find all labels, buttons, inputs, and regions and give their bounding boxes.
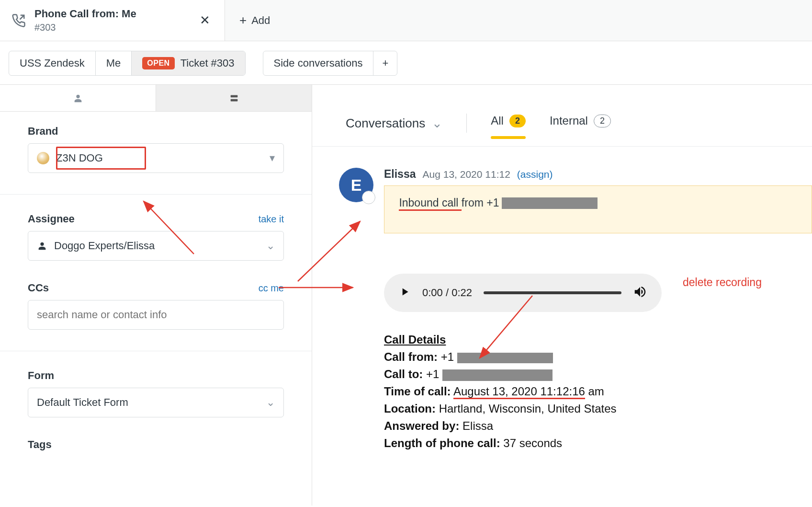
ccs-input[interactable] bbox=[28, 300, 284, 330]
user-badge-icon bbox=[363, 192, 375, 204]
ticket-tab[interactable]: Phone Call from: Me #303 ✕ bbox=[0, 0, 225, 41]
chevron-down-icon: ⌄ bbox=[266, 396, 275, 409]
ccs-label-row: CCs cc me bbox=[28, 282, 284, 294]
avatar-initial: E bbox=[351, 176, 362, 195]
call-details-heading: Call Details bbox=[384, 333, 812, 346]
chevron-down-icon: ⌄ bbox=[266, 240, 275, 252]
tab-close-button[interactable]: ✕ bbox=[197, 10, 213, 31]
conversations-dropdown[interactable]: Conversations ⌄ bbox=[346, 116, 442, 131]
user-icon bbox=[73, 93, 83, 104]
chevron-down-icon: ⌄ bbox=[432, 116, 442, 131]
form-value: Default Ticket Form bbox=[37, 396, 128, 409]
breadcrumb-group: USS Zendesk Me OPEN Ticket #303 bbox=[9, 51, 246, 76]
left-tab-user[interactable] bbox=[0, 85, 156, 111]
brand-select[interactable]: Z3N DOG ▾ bbox=[28, 143, 284, 173]
assignee-label: Assignee bbox=[28, 213, 75, 225]
divider bbox=[466, 114, 467, 133]
top-tab-bar: Phone Call from: Me #303 ✕ + Add bbox=[0, 0, 812, 41]
fields-icon bbox=[229, 93, 239, 104]
comment-block: E Elissa Aug 13, 2020 11:12 (assign) Inb… bbox=[339, 168, 812, 452]
assign-link[interactable]: (assign) bbox=[517, 169, 553, 180]
commenter-name: Elissa bbox=[384, 168, 416, 181]
left-form: Brand Z3N DOG ▾ Assignee take it bbox=[0, 112, 312, 457]
form-select[interactable]: Default Ticket Form ⌄ bbox=[28, 388, 284, 417]
phone-incoming-icon bbox=[11, 13, 26, 28]
ccs-label: CCs bbox=[28, 282, 49, 294]
main-split: Brand Z3N DOG ▾ Assignee take it bbox=[0, 85, 812, 506]
side-conversations-group: Side conversations + bbox=[263, 51, 398, 76]
tags-label: Tags bbox=[28, 438, 284, 451]
call-time: Time of call: August 13, 2020 11:12:16 a… bbox=[384, 383, 812, 400]
brand-label: Brand bbox=[28, 125, 284, 138]
delete-recording-link[interactable]: delete recording bbox=[683, 276, 762, 289]
audio-track[interactable] bbox=[484, 291, 621, 294]
conversations-label: Conversations bbox=[346, 116, 425, 131]
redacted-number bbox=[457, 353, 553, 363]
assignee-select[interactable]: Doggo Experts/Elissa ⌄ bbox=[28, 231, 284, 261]
brand-value: Z3N DOG bbox=[56, 152, 103, 164]
cc-me-link[interactable]: cc me bbox=[259, 283, 284, 294]
ticket-crumb-label: Ticket #303 bbox=[180, 57, 235, 69]
right-panel: Conversations ⌄ All 2 Internal 2 E bbox=[312, 85, 812, 506]
tab-subtitle: #303 bbox=[34, 21, 136, 34]
form-label: Form bbox=[28, 369, 284, 382]
svg-rect-0 bbox=[230, 95, 237, 97]
add-side-conversation-button[interactable]: + bbox=[373, 51, 397, 75]
comment-body: Elissa Aug 13, 2020 11:12 (assign) Inbou… bbox=[384, 168, 812, 452]
brand-avatar-icon bbox=[37, 152, 49, 164]
tab-title: Phone Call from: Me bbox=[34, 7, 136, 21]
assignee-value: Doggo Experts/Elissa bbox=[54, 240, 155, 252]
call-to: Call to: +1 bbox=[384, 366, 812, 383]
call-details: Call Details Call from: +1 Call to: +1 T… bbox=[384, 333, 812, 452]
call-location: Location: Hartland, Wisconsin, United St… bbox=[384, 400, 812, 417]
left-panel: Brand Z3N DOG ▾ Assignee take it bbox=[0, 85, 312, 506]
comment-timestamp: Aug 13, 2020 11:12 bbox=[423, 169, 510, 180]
left-tab-fields[interactable] bbox=[156, 85, 312, 111]
redacted-number bbox=[502, 197, 598, 209]
user-button[interactable]: Me bbox=[96, 51, 132, 75]
call-answered-by: Answered by: Elissa bbox=[384, 417, 812, 435]
time-display: 0:00 / 0:22 bbox=[422, 287, 472, 299]
plus-icon: + bbox=[382, 57, 388, 69]
audio-player[interactable]: 0:00 / 0:22 bbox=[384, 274, 662, 312]
take-it-link[interactable]: take it bbox=[259, 214, 284, 225]
audio-player-row: 0:00 / 0:22 delete recording bbox=[384, 253, 812, 312]
call-from: Call from: +1 bbox=[384, 348, 812, 366]
status-badge: OPEN bbox=[142, 57, 174, 69]
side-conversations-button[interactable]: Side conversations bbox=[263, 51, 374, 75]
action-bar: USS Zendesk Me OPEN Ticket #303 Side con… bbox=[0, 41, 812, 85]
tab-all[interactable]: All 2 bbox=[491, 114, 526, 132]
avatar: E bbox=[339, 168, 373, 202]
add-tab-button[interactable]: + Add bbox=[225, 0, 284, 41]
org-button[interactable]: USS Zendesk bbox=[9, 51, 96, 75]
internal-note: Inbound call from +1 bbox=[384, 185, 812, 233]
count-badge-internal: 2 bbox=[594, 115, 611, 127]
svg-rect-1 bbox=[230, 99, 237, 101]
left-subtabs bbox=[0, 85, 312, 112]
conversation-header: Conversations ⌄ All 2 Internal 2 bbox=[312, 85, 812, 140]
tab-all-label: All bbox=[491, 114, 504, 127]
comment-meta: Elissa Aug 13, 2020 11:12 (assign) bbox=[384, 168, 812, 181]
redacted-number bbox=[442, 369, 553, 381]
volume-icon[interactable] bbox=[633, 285, 647, 301]
add-tab-label: Add bbox=[251, 14, 270, 27]
call-length: Length of phone call: 37 seconds bbox=[384, 435, 812, 452]
tab-internal[interactable]: Internal 2 bbox=[550, 114, 611, 132]
count-badge-all: 2 bbox=[509, 115, 526, 127]
chevron-down-icon: ▾ bbox=[270, 152, 275, 164]
user-icon bbox=[37, 241, 47, 251]
assignee-label-row: Assignee take it bbox=[28, 213, 284, 225]
play-button[interactable] bbox=[398, 286, 411, 300]
tab-internal-label: Internal bbox=[550, 114, 588, 127]
plus-icon: + bbox=[239, 13, 247, 28]
inbound-call-text: Inbound call from +1 bbox=[396, 196, 800, 209]
ticket-crumb[interactable]: OPEN Ticket #303 bbox=[132, 51, 245, 75]
